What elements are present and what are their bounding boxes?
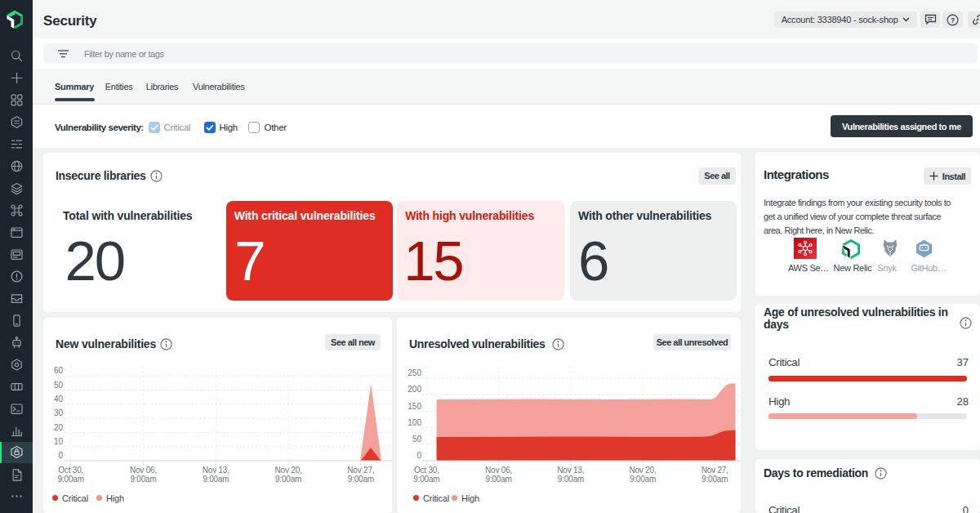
svg-text:?: ?	[951, 16, 955, 24]
